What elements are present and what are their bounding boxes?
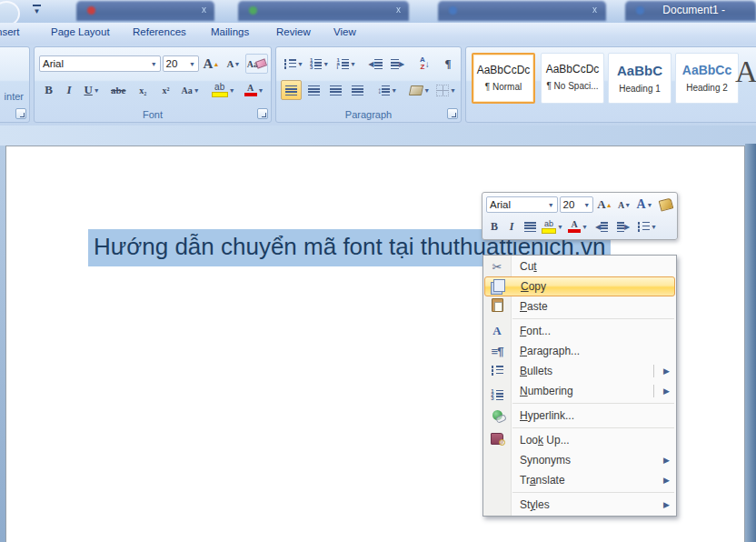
menu-item-paragraph[interactable]: ≡¶ Paragraph... <box>483 341 676 361</box>
split-divider <box>653 385 654 397</box>
menu-item-look-up[interactable]: Look Up... <box>483 430 676 450</box>
tab-insert[interactable]: nsert <box>0 26 20 37</box>
align-right-button[interactable] <box>325 80 346 100</box>
window-title: Document1 - <box>662 4 725 16</box>
document-background-band <box>0 125 756 146</box>
font-dialog-launcher-icon[interactable] <box>257 108 268 119</box>
align-right-icon <box>330 85 342 95</box>
increase-indent-button[interactable]: ▶ <box>387 54 409 74</box>
clear-formatting-button[interactable]: Aa <box>245 54 268 74</box>
tab-review[interactable]: Review <box>276 26 311 37</box>
quick-access-toolbar-dropdown-icon[interactable]: ▼ <box>33 5 41 15</box>
mini-quick-styles-button[interactable]: A▼ <box>634 196 654 214</box>
change-case-button[interactable]: Aa▼ <box>178 80 203 100</box>
grow-font-button[interactable]: A▲ <box>201 54 222 74</box>
style-card-heading1[interactable]: AaBbC Heading 1 <box>608 53 671 104</box>
subscript-button[interactable]: x₂ <box>133 80 154 100</box>
background-browser-tab <box>438 1 606 21</box>
paint-bucket-icon <box>409 85 423 95</box>
menu-item-font[interactable]: A Font... <box>483 321 676 341</box>
favicon <box>249 6 257 15</box>
multilevel-list-button[interactable]: 1ai▼ <box>333 54 360 74</box>
mini-shrink-font-button[interactable]: A▼ <box>616 196 633 214</box>
bullets-button[interactable]: ▼ <box>281 54 306 74</box>
mini-grow-font-button[interactable]: A▲ <box>595 196 613 214</box>
align-left-button[interactable] <box>281 80 302 100</box>
mini-italic-button[interactable]: I <box>504 217 519 236</box>
format-painter-partial-label[interactable]: inter <box>5 91 24 102</box>
context-menu: ✂ Cut Copy Paste A Font... ≡¶ Paragraph.… <box>482 255 677 517</box>
submenu-arrow-icon: ▶ <box>663 456 670 465</box>
mini-align-center-button[interactable] <box>521 217 539 236</box>
style-card-heading2[interactable]: AaBbCc Heading 2 <box>675 53 739 104</box>
bold-button[interactable]: B <box>39 80 58 100</box>
font-name-combo[interactable]: Arial ▼ <box>39 55 161 72</box>
menu-item-bullets[interactable]: Bullets ▶ <box>483 361 676 381</box>
submenu-arrow-icon: ▶ <box>663 366 670 376</box>
menu-item-numbering[interactable]: 123 Numbering ▶ <box>483 381 676 401</box>
submenu-arrow-icon: ▶ <box>663 386 670 396</box>
favicon <box>449 6 457 15</box>
font-size-combo[interactable]: 20 ▼ <box>163 55 199 72</box>
tab-mailings[interactable]: Mailings <box>211 26 249 37</box>
font-name-value: Arial <box>43 58 64 69</box>
mini-font-name-value: Arial <box>490 199 511 210</box>
background-browser-tab <box>76 1 214 21</box>
tab-page-layout[interactable]: Page Layout <box>51 26 110 37</box>
justify-button[interactable] <box>347 80 368 100</box>
numbered-list-icon: 123 <box>310 58 322 69</box>
window-right-edge <box>745 144 756 542</box>
borders-button[interactable]: ▼ <box>433 80 459 100</box>
mini-font-size-value: 20 <box>563 199 575 210</box>
mini-bullets-button[interactable]: ▼ <box>635 217 659 236</box>
style-card-normal[interactable]: AaBbCcDc ¶ Normal <box>472 53 535 104</box>
shading-button[interactable]: ▼ <box>407 80 433 100</box>
strikethrough-button[interactable]: abe <box>106 80 131 100</box>
numbering-button[interactable]: 123▼ <box>307 54 333 74</box>
show-hide-pilcrow-button[interactable]: ¶ <box>437 54 459 74</box>
tab-references[interactable]: References <box>133 26 186 37</box>
submenu-arrow-icon: ▶ <box>663 500 670 509</box>
menu-item-translate[interactable]: Translate ▶ <box>483 470 676 490</box>
mini-bold-button[interactable]: B <box>486 217 502 236</box>
italic-button[interactable]: I <box>60 80 77 100</box>
clipboard-dialog-launcher-icon[interactable] <box>15 108 26 119</box>
font-letter-icon: A <box>488 324 506 338</box>
paragraph-group-label: Paragraph <box>276 109 461 120</box>
menu-item-copy[interactable]: Copy <box>484 276 675 296</box>
paste-icon <box>488 298 506 315</box>
tab-view[interactable]: View <box>333 26 356 37</box>
style-card-no-spacing[interactable]: AaBbCcDc ¶ No Spaci... <box>541 53 604 104</box>
menu-item-styles[interactable]: Styles ▶ <box>483 495 676 515</box>
mini-font-color-button[interactable]: A▼ <box>566 217 590 236</box>
mini-font-size-combo[interactable]: 20 ▼ <box>560 196 594 213</box>
paragraph-dialog-launcher-icon[interactable] <box>447 108 458 119</box>
chevron-down-icon[interactable]: ▼ <box>189 61 195 67</box>
change-styles-partial[interactable]: A <box>735 55 756 89</box>
mini-decrease-indent-button[interactable]: ◀ <box>592 217 612 236</box>
text-highlight-button[interactable]: ab▼ <box>208 80 238 100</box>
mini-increase-indent-button[interactable]: ▶ <box>613 217 633 236</box>
group-clipboard-partial: inter <box>0 46 30 123</box>
sort-button[interactable]: A Z ↓ <box>413 54 437 74</box>
underline-button[interactable]: U▼ <box>80 80 104 100</box>
menu-item-cut[interactable]: ✂ Cut <box>483 256 676 276</box>
font-color-bar <box>244 93 257 96</box>
superscript-button[interactable]: x² <box>155 80 176 100</box>
office-button-edge[interactable] <box>0 1 20 23</box>
chevron-down-icon[interactable]: ▼ <box>151 61 157 67</box>
font-color-button[interactable]: A▼ <box>240 80 268 100</box>
line-spacing-button[interactable]: ↕▼ <box>373 80 401 100</box>
mini-format-painter-button[interactable] <box>657 196 675 214</box>
mini-font-name-combo[interactable]: Arial ▼ <box>486 196 558 213</box>
menu-item-paste[interactable]: Paste <box>483 296 676 316</box>
mini-highlight-button[interactable]: ab▼ <box>541 217 564 236</box>
decrease-indent-button[interactable]: ◀ <box>364 54 386 74</box>
ribbon-tab-row: nsert Page Layout References Mailings Re… <box>0 23 756 45</box>
shrink-font-button[interactable]: A▼ <box>224 54 244 74</box>
menu-item-synonyms[interactable]: Synonyms ▶ <box>483 450 676 470</box>
highlight-color-bar <box>212 92 228 97</box>
align-center-button[interactable] <box>303 80 323 100</box>
favicon <box>636 6 644 15</box>
menu-item-hyperlink[interactable]: Hyperlink... <box>483 406 676 426</box>
